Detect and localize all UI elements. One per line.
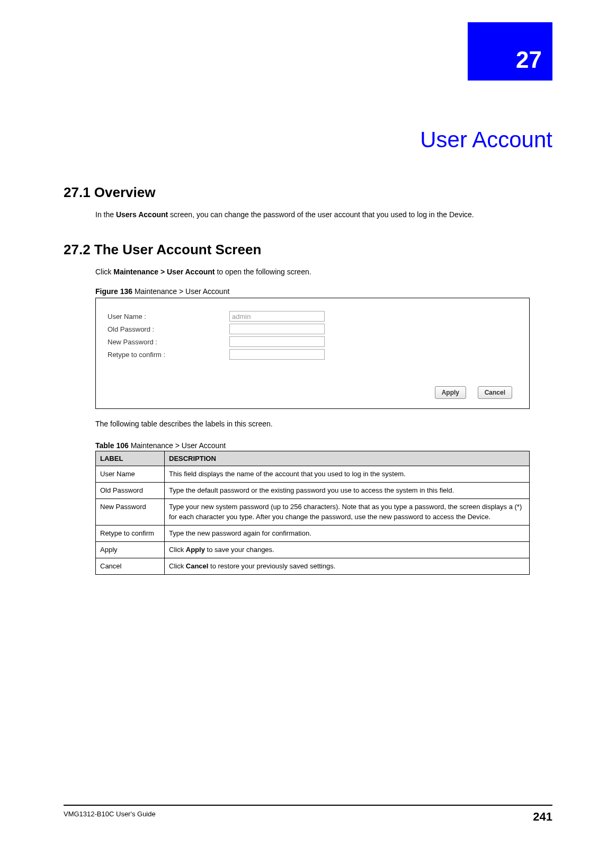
table-cell-label: Cancel: [96, 558, 165, 575]
figure-caption: Figure 136 Maintenance > User Account: [95, 287, 552, 296]
text: screen, you can change the password of t…: [168, 210, 474, 219]
username-input[interactable]: [229, 311, 325, 322]
table-cell-label: Apply: [96, 541, 165, 558]
text: to restore your previously saved setting…: [208, 562, 335, 570]
section-27-2-body: Click Maintenance > User Account to open…: [95, 266, 552, 278]
table-cell-desc: Click Cancel to restore your previously …: [165, 558, 530, 575]
chapter-title: User Account: [64, 127, 552, 153]
page-footer: VMG1312-B10C User's Guide 241: [64, 805, 552, 824]
old-password-input[interactable]: [229, 324, 325, 334]
table-row: New Password Type your new system passwo…: [96, 499, 530, 525]
text: Click: [169, 546, 186, 554]
table-header-row: LABEL DESCRIPTION: [96, 451, 530, 466]
chapter-number-tab: 27: [468, 22, 552, 81]
form-label: Retype to confirm :: [108, 351, 229, 359]
form-label: User Name :: [108, 313, 229, 320]
table-cell-desc: This field displays the name of the acco…: [165, 466, 530, 483]
text: In the: [95, 210, 116, 219]
page-number: 241: [533, 810, 552, 824]
apply-button[interactable]: Apply: [435, 386, 466, 399]
description-table: LABEL DESCRIPTION User Name This field d…: [95, 451, 530, 575]
chapter-number: 27: [516, 47, 542, 73]
table-cell-desc: Type your new system password (up to 256…: [165, 499, 530, 525]
table-cell-label: Retype to confirm: [96, 525, 165, 541]
table-row: Cancel Click Cancel to restore your prev…: [96, 558, 530, 575]
table-caption: Table 106 Maintenance > User Account: [95, 441, 552, 450]
table-row: Retype to confirm Type the new password …: [96, 525, 530, 541]
text: to open the following screen.: [215, 268, 311, 276]
table-title: Maintenance > User Account: [129, 441, 226, 450]
text: Click: [95, 268, 113, 276]
table-cell-desc: Type the default password or the existin…: [165, 483, 530, 499]
table-header-label: LABEL: [96, 451, 165, 466]
table-cell-desc: Click Apply to save your changes.: [165, 541, 530, 558]
table-row: User Name This field displays the name o…: [96, 466, 530, 483]
form-label: Old Password :: [108, 325, 229, 333]
table-cell-desc: Type the new password again for confirma…: [165, 525, 530, 541]
table-cell-label: Old Password: [96, 483, 165, 499]
bold-text: Cancel: [186, 562, 209, 570]
button-row: Apply Cancel: [108, 386, 517, 399]
section-27-2-heading: 27.2 The User Account Screen: [64, 242, 552, 258]
section-27-1-heading: 27.1 Overview: [64, 184, 552, 201]
table-row: Old Password Type the default password o…: [96, 483, 530, 499]
form-label: New Password :: [108, 338, 229, 346]
figure-title: Maintenance > User Account: [132, 287, 229, 296]
form-row-username: User Name :: [108, 311, 517, 322]
text: to save your changes.: [205, 546, 274, 554]
figure-label: Figure 136: [95, 287, 132, 296]
bold-text: Maintenance > User Account: [113, 268, 215, 276]
page: 27 User Account 27.1 Overview In the Use…: [0, 0, 616, 846]
section-27-1-body: In the Users Account screen, you can cha…: [95, 209, 552, 220]
text: Click: [169, 562, 186, 570]
after-figure-text: The following table describes the labels…: [95, 418, 552, 430]
form-row-oldpassword: Old Password :: [108, 324, 517, 334]
new-password-input[interactable]: [229, 336, 325, 347]
cancel-button[interactable]: Cancel: [478, 386, 512, 399]
form-row-newpassword: New Password :: [108, 336, 517, 347]
footer-guide-name: VMG1312-B10C User's Guide: [64, 810, 156, 824]
table-cell-label: New Password: [96, 499, 165, 525]
table-cell-label: User Name: [96, 466, 165, 483]
bold-text: Users Account: [116, 210, 168, 219]
table-label: Table 106: [95, 441, 129, 450]
bold-text: Apply: [186, 546, 205, 554]
form-row-retype: Retype to confirm :: [108, 349, 517, 360]
table-header-desc: DESCRIPTION: [165, 451, 530, 466]
figure-screenshot: User Name : Old Password : New Password …: [95, 298, 530, 409]
table-row: Apply Click Apply to save your changes.: [96, 541, 530, 558]
retype-password-input[interactable]: [229, 349, 325, 360]
